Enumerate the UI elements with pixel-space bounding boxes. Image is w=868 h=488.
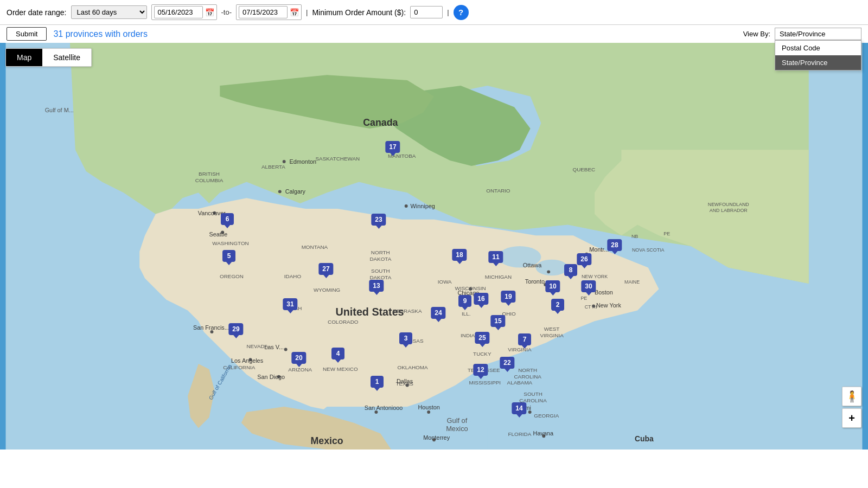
svg-text:MICHIGAN: MICHIGAN: [485, 274, 512, 280]
svg-text:DAKOTA: DAKOTA: [369, 256, 391, 262]
map-pin-8[interactable]: 8: [564, 264, 577, 276]
svg-text:NEWFOUNDLAND: NEWFOUNDLAND: [708, 202, 749, 207]
svg-text:OREGON: OREGON: [220, 273, 244, 279]
map-pin-24[interactable]: 24: [431, 307, 445, 319]
help-button[interactable]: ?: [454, 5, 469, 20]
map-pin-28[interactable]: 28: [607, 239, 622, 251]
map-pin-18[interactable]: 18: [452, 249, 467, 261]
svg-text:Montr...: Montr...: [589, 246, 609, 253]
svg-text:PE: PE: [580, 296, 587, 301]
svg-text:NORTH: NORTH: [518, 367, 537, 373]
svg-text:WASHINGTON: WASHINGTON: [212, 240, 248, 246]
svg-text:Calgary: Calgary: [285, 188, 306, 195]
view-by-select[interactable]: State/Province Postal Code: [775, 28, 861, 40]
map-container[interactable]: Canada United States Mexico Gulf of Mexi…: [0, 43, 868, 450]
svg-text:Gulf of: Gulf of: [447, 416, 468, 425]
map-pin-12[interactable]: 12: [473, 364, 488, 376]
map-pin-30[interactable]: 30: [581, 280, 596, 292]
map-pin-31[interactable]: 31: [283, 298, 297, 310]
dropdown-item-postal-code[interactable]: Postal Code: [775, 41, 861, 55]
svg-text:Edmonton: Edmonton: [290, 158, 316, 165]
map-pin-25[interactable]: 25: [475, 332, 489, 344]
map-pin-26[interactable]: 26: [577, 253, 591, 265]
svg-text:San Diego: San Diego: [257, 374, 285, 380]
svg-text:IDAHO: IDAHO: [284, 273, 302, 279]
svg-text:SOUTH: SOUTH: [524, 391, 542, 397]
map-pin-9[interactable]: 9: [458, 295, 471, 307]
dropdown-item-state-province[interactable]: State/Province: [775, 55, 861, 70]
svg-text:WYOMING: WYOMING: [314, 287, 340, 293]
svg-text:Ottawa: Ottawa: [523, 262, 542, 268]
svg-text:ALABAMA: ALABAMA: [507, 380, 533, 386]
map-pin-13[interactable]: 13: [369, 280, 384, 292]
svg-text:COLORADO: COLORADO: [328, 319, 359, 325]
svg-text:Havana: Havana: [533, 430, 554, 436]
calendar-from-icon[interactable]: 📅: [205, 8, 214, 17]
svg-text:ONTARIO: ONTARIO: [486, 188, 510, 194]
to-separator: -to-: [221, 8, 232, 16]
map-pin-17[interactable]: 17: [385, 141, 400, 153]
map-pin-22[interactable]: 22: [500, 357, 514, 369]
map-tab-satellite[interactable]: Satellite: [42, 49, 91, 66]
svg-text:Dallas: Dallas: [397, 378, 413, 384]
svg-text:NB: NB: [631, 234, 638, 239]
map-pin-3[interactable]: 3: [399, 332, 412, 344]
svg-text:Boston: Boston: [595, 289, 613, 296]
svg-point-71: [405, 204, 408, 208]
zoom-in-button[interactable]: +: [842, 408, 861, 428]
second-row: Submit 31 provinces with orders View By:…: [0, 25, 868, 43]
map-pin-5[interactable]: 5: [222, 250, 235, 262]
map-pin-23[interactable]: 23: [371, 214, 386, 226]
svg-text:Mexico: Mexico: [446, 425, 468, 433]
svg-text:MAINE: MAINE: [624, 279, 640, 285]
svg-text:BRITISH: BRITISH: [199, 171, 220, 177]
svg-point-63: [283, 160, 286, 163]
svg-text:Canada: Canada: [363, 117, 398, 128]
toolbar: Order date range: Last 60 days Last 30 d…: [0, 0, 868, 25]
svg-text:WEST: WEST: [544, 326, 559, 332]
map-pin-29[interactable]: 29: [228, 323, 243, 335]
svg-text:GEORGIA: GEORGIA: [534, 413, 559, 419]
svg-point-73: [547, 270, 550, 273]
map-tabs: Map Satellite: [5, 48, 92, 67]
svg-text:Las V...: Las V...: [264, 344, 284, 350]
submit-button[interactable]: Submit: [7, 27, 47, 41]
svg-text:COLUMBIA: COLUMBIA: [195, 177, 224, 183]
map-pin-15[interactable]: 15: [490, 315, 505, 327]
map-pin-2[interactable]: 2: [551, 299, 564, 311]
pipe-separator-2: |: [447, 8, 449, 16]
map-pin-27[interactable]: 27: [318, 263, 333, 275]
svg-text:Seattle: Seattle: [209, 231, 228, 237]
map-pin-16[interactable]: 16: [474, 293, 488, 305]
map-pin-14[interactable]: 14: [512, 402, 526, 414]
view-by-label: View By:: [743, 30, 770, 38]
svg-text:Winnipeg: Winnipeg: [411, 203, 435, 209]
svg-point-85: [427, 410, 430, 414]
svg-text:Mexico: Mexico: [311, 435, 343, 446]
map-pin-20[interactable]: 20: [291, 352, 306, 364]
svg-text:Houston: Houston: [418, 404, 439, 410]
map-svg: Canada United States Mexico Gulf of Mexi…: [0, 43, 868, 450]
pegman-control[interactable]: 🧍: [842, 387, 861, 406]
map-pin-6[interactable]: 6: [221, 213, 234, 225]
map-pin-1[interactable]: 1: [371, 376, 384, 388]
map-pin-7[interactable]: 7: [518, 333, 531, 345]
date-from-input[interactable]: [154, 6, 203, 18]
map-pin-19[interactable]: 19: [501, 291, 515, 303]
svg-text:FLORIDA: FLORIDA: [508, 431, 532, 437]
svg-text:Los Angeles: Los Angeles: [231, 357, 264, 364]
view-by-wrap: View By: State/Province Postal Code Post…: [743, 28, 861, 40]
calendar-to-icon[interactable]: 📅: [290, 8, 299, 17]
min-order-label: Minimum Order Amount ($):: [312, 8, 406, 17]
min-order-input[interactable]: [410, 6, 443, 18]
map-pin-11[interactable]: 11: [488, 251, 503, 263]
svg-text:SASKATCHEWAN: SASKATCHEWAN: [316, 156, 360, 162]
map-tab-map[interactable]: Map: [6, 49, 42, 66]
view-by-dropdown-container: State/Province Postal Code Postal Code S…: [775, 28, 861, 40]
map-pin-4[interactable]: 4: [331, 348, 344, 359]
province-count-text: 31 provinces with orders: [53, 29, 147, 39]
svg-text:OKLAHOMA: OKLAHOMA: [398, 364, 428, 370]
map-pin-10[interactable]: 10: [545, 280, 560, 292]
date-to-input[interactable]: [239, 6, 288, 18]
date-range-select[interactable]: Last 60 days Last 30 days Last 90 days C…: [71, 5, 147, 19]
